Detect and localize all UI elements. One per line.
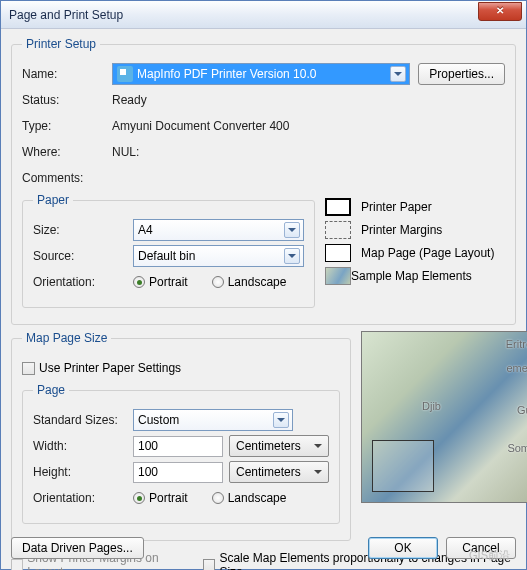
status-label: Status: <box>22 93 112 107</box>
page-group: Page Standard Sizes: Custom Width: 100 C… <box>22 383 340 524</box>
legend-map-page: Map Page (Page Layout) <box>361 246 494 260</box>
legend-sample-swatch <box>325 267 351 285</box>
type-value: Amyuni Document Converter 400 <box>112 119 289 133</box>
paper-group: Paper Size: A4 Source: Default bin Orien… <box>22 193 315 308</box>
where-value: NUL: <box>112 145 139 159</box>
map-page-size-legend: Map Page Size <box>22 331 111 345</box>
legend-printer-paper: Printer Paper <box>361 200 432 214</box>
legend-map-page-swatch <box>325 244 351 262</box>
titlebar: Page and Print Setup ✕ <box>1 1 526 29</box>
chevron-down-icon <box>284 222 300 238</box>
std-sizes-label: Standard Sizes: <box>33 413 133 427</box>
width-input[interactable]: 100 <box>133 436 223 457</box>
page-portrait-radio[interactable] <box>133 492 145 504</box>
height-input[interactable]: 100 <box>133 462 223 483</box>
printer-setup-legend: Printer Setup <box>22 37 100 51</box>
map-preview: Eritre emen Gul Som Djib <box>361 331 527 503</box>
paper-landscape-label: Landscape <box>228 275 287 289</box>
paper-landscape-radio[interactable] <box>212 276 224 288</box>
comments-label: Comments: <box>22 171 112 185</box>
printer-setup-group: Printer Setup Name: MapInfo PDF Printer … <box>11 37 516 325</box>
use-printer-paper-checkbox[interactable] <box>22 362 35 375</box>
printer-name-value: MapInfo PDF Printer Version 10.0 <box>137 67 316 81</box>
page-legend: Page <box>33 383 69 397</box>
height-unit-select[interactable]: Centimeters <box>229 461 329 483</box>
watermark: GIS前沿 <box>469 548 510 563</box>
window-title: Page and Print Setup <box>9 8 123 22</box>
legend-printer-paper-swatch <box>325 198 351 216</box>
legend-printer-margins: Printer Margins <box>361 223 442 237</box>
paper-orient-label: Orientation: <box>33 275 133 289</box>
page-orient-label: Orientation: <box>33 491 133 505</box>
show-margins-checkbox <box>11 559 23 571</box>
type-label: Type: <box>22 119 112 133</box>
status-value: Ready <box>112 93 147 107</box>
scale-elements-checkbox[interactable] <box>203 559 215 571</box>
data-driven-pages-button[interactable]: Data Driven Pages... <box>11 537 144 559</box>
properties-button[interactable]: Properties... <box>418 63 505 85</box>
paper-portrait-radio[interactable] <box>133 276 145 288</box>
page-portrait-label: Portrait <box>149 491 188 505</box>
close-button[interactable]: ✕ <box>478 2 522 21</box>
width-label: Width: <box>33 439 133 453</box>
map-page-size-group: Map Page Size Use Printer Paper Settings… <box>11 331 351 541</box>
chevron-down-icon <box>390 66 406 82</box>
height-label: Height: <box>33 465 133 479</box>
paper-source-select[interactable]: Default bin <box>133 245 304 267</box>
paper-size-select[interactable]: A4 <box>133 219 304 241</box>
legend-sample-elements: Sample Map Elements <box>351 269 472 283</box>
printer-icon <box>117 66 133 82</box>
chevron-down-icon <box>273 412 289 428</box>
where-label: Where: <box>22 145 112 159</box>
use-printer-paper-label: Use Printer Paper Settings <box>39 361 181 375</box>
legend-printer-margins-swatch <box>325 221 351 239</box>
page-landscape-radio[interactable] <box>212 492 224 504</box>
paper-portrait-label: Portrait <box>149 275 188 289</box>
paper-size-label: Size: <box>33 223 133 237</box>
paper-legend: Paper <box>33 193 73 207</box>
name-label: Name: <box>22 67 112 81</box>
ok-button[interactable]: OK <box>368 537 438 559</box>
std-sizes-select[interactable]: Custom <box>133 409 293 431</box>
page-landscape-label: Landscape <box>228 491 287 505</box>
printer-name-select[interactable]: MapInfo PDF Printer Version 10.0 <box>112 63 410 85</box>
width-unit-select[interactable]: Centimeters <box>229 435 329 457</box>
paper-source-label: Source: <box>33 249 133 263</box>
chevron-down-icon <box>284 248 300 264</box>
